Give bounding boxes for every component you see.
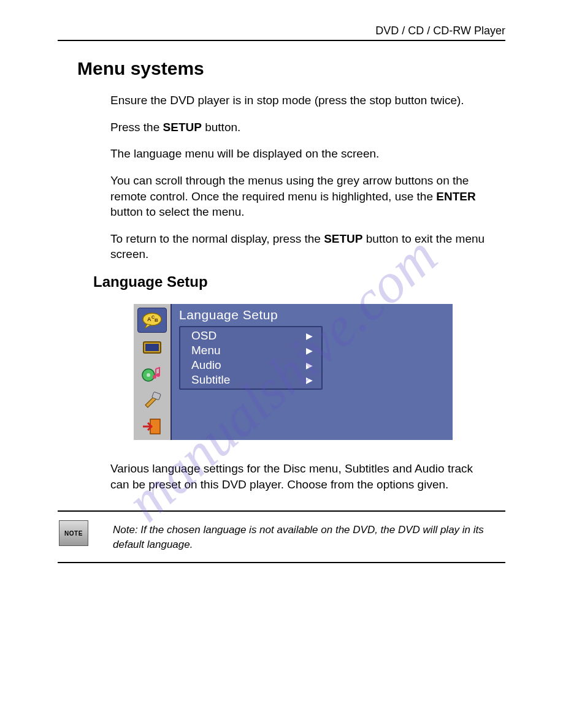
svg-text:B: B <box>155 317 158 323</box>
p4-a: You can scroll through the menus using t… <box>110 174 469 203</box>
tools-icon[interactable] <box>138 389 166 412</box>
p2-setup-bold: SETUP <box>163 121 202 134</box>
osd-screen: A C B <box>134 304 453 440</box>
svg-point-7 <box>147 373 150 377</box>
paragraph-2: Press the SETUP button. <box>110 119 489 135</box>
svg-point-8 <box>153 375 156 379</box>
osd-menu-list: OSD ▶ Menu ▶ Audio ▶ Subtitle ▶ <box>179 326 323 390</box>
osd-item-label: OSD <box>191 329 216 343</box>
p4-c: button to select the menu. <box>110 205 245 218</box>
paragraph-5: To return to the normal display, press t… <box>110 231 489 262</box>
paragraph-3: The language menu will be displayed on t… <box>110 146 489 162</box>
paragraph-4: You can scroll through the menus using t… <box>110 173 489 220</box>
subsection-title: Language Setup <box>93 273 502 290</box>
p4-enter-bold: ENTER <box>436 190 475 203</box>
audio-icon[interactable] <box>138 362 166 386</box>
after-osd-text: Various language settings for the Disc m… <box>110 461 489 492</box>
osd-main-panel: Language Setup OSD ▶ Menu ▶ Audio ▶ <box>172 304 453 440</box>
language-icon[interactable]: A C B <box>137 308 167 333</box>
chevron-right-icon: ▶ <box>306 346 313 355</box>
osd-item-osd[interactable]: OSD ▶ <box>180 328 321 343</box>
intro-paragraphs: Ensure the DVD player is in stop mode (p… <box>110 93 489 262</box>
door-arrow-icon <box>142 418 163 436</box>
osd-item-subtitle[interactable]: Subtitle ▶ <box>180 373 321 387</box>
p5-setup-bold: SETUP <box>324 232 362 245</box>
chevron-right-icon: ▶ <box>306 331 313 341</box>
hammer-icon <box>142 392 163 409</box>
page-header: DVD / CD / CD-RW Player <box>58 25 505 41</box>
svg-point-9 <box>156 373 160 377</box>
p2-c: button. <box>202 121 240 134</box>
exit-icon[interactable] <box>138 415 166 439</box>
paragraph-1: Ensure the DVD player is in stop mode (p… <box>110 93 489 108</box>
note-badge: NOTE <box>59 520 88 546</box>
osd-screenshot: A C B <box>134 304 453 440</box>
p2-a: Press the <box>110 121 163 134</box>
note-block: NOTE Note: If the chosen language is not… <box>58 510 505 563</box>
osd-item-label: Audio <box>191 358 221 372</box>
osd-item-menu[interactable]: Menu ▶ <box>180 343 321 358</box>
osd-panel-title: Language Setup <box>179 308 446 322</box>
paragraph-after-osd: Various language settings for the Disc m… <box>110 461 489 492</box>
svg-rect-5 <box>145 344 159 351</box>
osd-item-label: Menu <box>191 344 221 357</box>
svg-text:A: A <box>147 316 151 322</box>
screen-icon[interactable] <box>138 335 166 359</box>
osd-sidebar: A C B <box>134 304 172 440</box>
speech-bubble-icon: A C B <box>141 312 163 329</box>
p5-a: To return to the normal display, press t… <box>110 232 324 245</box>
section-title: Menu systems <box>77 58 502 79</box>
chevron-right-icon: ▶ <box>306 360 313 370</box>
chevron-right-icon: ▶ <box>306 375 313 385</box>
tv-icon <box>141 339 163 355</box>
manual-page: manualshive.com DVD / CD / CD-RW Player … <box>0 0 563 728</box>
cd-note-icon <box>141 365 163 382</box>
header-title: DVD / CD / CD-RW Player <box>375 25 505 37</box>
osd-item-audio[interactable]: Audio ▶ <box>180 358 321 373</box>
osd-item-label: Subtitle <box>191 373 230 387</box>
note-text: Note: If the chosen language is not avai… <box>113 523 493 552</box>
